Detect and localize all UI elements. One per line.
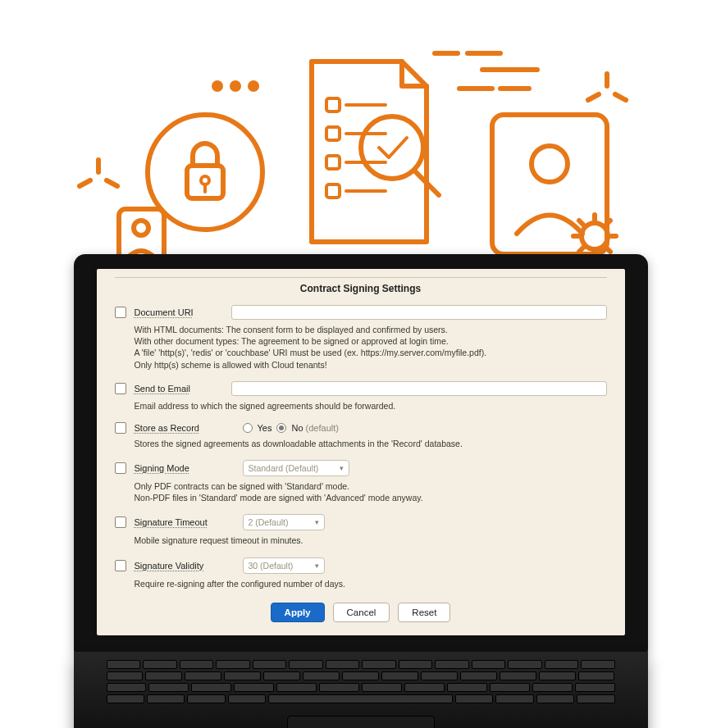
desc-signature-timeout: Mobile signature request timeout in minu… [135,535,607,546]
checkbox-signing-mode[interactable] [115,462,126,474]
keyboard [107,660,615,709]
select-signing-mode[interactable]: Standard (Default) ▾ [243,460,349,476]
desc-send-email: Email address to which the signed agreem… [135,400,607,412]
row-signature-validity: Signature Validity 30 (Default) ▾ [115,555,607,576]
desc-signature-validity: Require re-signing after the configured … [135,578,607,589]
svg-line-38 [606,248,610,252]
select-signature-validity[interactable]: 30 (Default) ▾ [243,557,325,574]
svg-point-19 [134,221,148,235]
checkbox-document-uri[interactable] [115,307,126,318]
laptop-lid: Contract Signing Settings Document URI W… [74,254,648,653]
chevron-down-icon: ▾ [315,562,319,570]
desc-signing-mode: Only PDF contracts can be signed with 'S… [135,480,607,503]
svg-line-2 [107,180,117,186]
row-store-record: Store as Record Yes No (default) [115,420,607,436]
radio-store-yes[interactable] [243,423,253,433]
reset-button[interactable]: Reset [398,603,450,622]
laptop-base [74,652,648,728]
svg-line-5 [615,94,626,100]
svg-point-32 [582,223,608,249]
label-signature-timeout: Signature Timeout [135,517,223,527]
svg-point-31 [532,146,568,182]
label-document-uri: Document URI [135,307,223,317]
radio-store-no[interactable] [276,423,286,433]
checkbox-signature-timeout[interactable] [115,516,126,528]
checkbox-store-record[interactable] [115,422,126,434]
select-value-signing-mode: Standard (Default) [249,463,319,473]
settings-form: Contract Signing Settings Document URI W… [97,269,625,635]
button-bar: Apply Cancel Reset [115,603,607,622]
checkbox-signature-validity[interactable] [115,560,126,571]
label-send-email: Send to Email [135,384,223,394]
desc-store-record: Stores the signed agreements as download… [135,438,607,449]
svg-point-6 [212,80,223,92]
select-signature-timeout[interactable]: 2 (Default) ▾ [243,514,325,530]
svg-line-37 [579,221,583,225]
decorative-illustration [74,16,648,279]
radio-label-no: No (default) [291,423,338,433]
label-signing-mode: Signing Mode [135,463,223,473]
svg-line-39 [606,221,610,225]
chevron-down-icon: ▾ [340,464,344,472]
label-store-record: Store as Record [135,423,223,433]
input-send-email[interactable] [231,381,607,396]
row-send-email: Send to Email [115,379,607,398]
svg-line-40 [579,248,583,252]
illustration-svg [74,16,648,279]
chevron-down-icon: ▾ [315,518,319,526]
select-value-signature-validity: 30 (Default) [249,561,294,571]
input-document-uri[interactable] [231,305,607,320]
row-document-uri: Document URI [115,303,607,322]
radio-label-yes: Yes [258,423,272,433]
cancel-button[interactable]: Cancel [333,603,390,622]
apply-button[interactable]: Apply [271,603,325,622]
desc-document-uri: With HTML documents: The consent form to… [135,324,607,371]
divider [115,277,607,278]
label-signature-validity: Signature Validity [135,561,223,571]
trackpad [287,716,435,728]
svg-rect-26 [326,184,340,198]
svg-rect-24 [326,156,340,169]
page-title: Contract Signing Settings [115,283,607,294]
row-signing-mode: Signing Mode Standard (Default) ▾ [115,457,607,479]
svg-line-4 [588,94,599,100]
svg-rect-22 [326,127,340,140]
laptop-frame: Contract Signing Settings Document URI W… [74,254,648,728]
svg-point-7 [230,80,241,92]
svg-rect-20 [326,98,340,111]
svg-line-1 [80,180,90,186]
row-signature-timeout: Signature Timeout 2 (Default) ▾ [115,512,607,533]
svg-point-8 [248,80,259,92]
select-value-signature-timeout: 2 (Default) [249,517,289,527]
checkbox-send-email[interactable] [115,383,126,394]
